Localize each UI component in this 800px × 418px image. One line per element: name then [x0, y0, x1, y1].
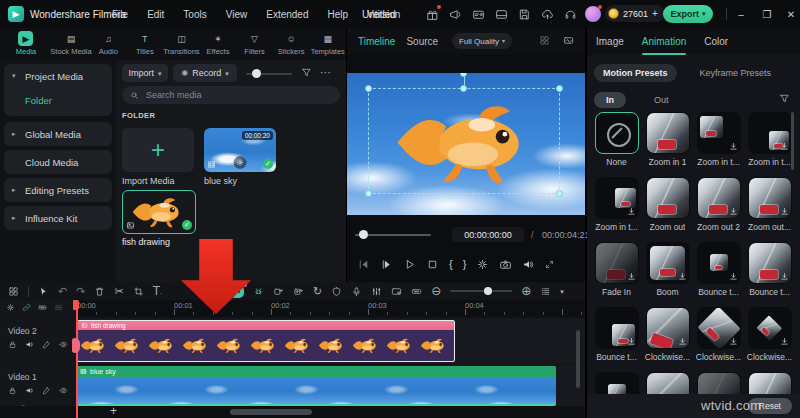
audio-mixer-icon[interactable] — [371, 286, 382, 297]
export-clip-icon[interactable] — [293, 286, 304, 297]
stop-button[interactable] — [426, 258, 439, 271]
tab-color[interactable]: Color — [704, 28, 728, 55]
media-item-fish-drawing[interactable]: ✓ — [122, 190, 196, 234]
announcement-icon[interactable] — [447, 6, 463, 22]
mark-out-icon[interactable]: } — [463, 258, 467, 270]
ribbon-tab[interactable]: ☺ Stickers — [273, 31, 310, 56]
video-viewport[interactable] — [347, 73, 585, 215]
rotation-handle[interactable] — [460, 73, 467, 77]
sidebar-item-cloud-media[interactable]: Cloud Media — [4, 150, 112, 174]
presets-scrollbar[interactable] — [791, 112, 794, 170]
track-layers-icon[interactable] — [54, 303, 63, 312]
media-layout-icon[interactable] — [8, 286, 19, 297]
zoom-in-icon[interactable]: ⊕ — [521, 285, 531, 297]
playback-settings-icon[interactable] — [476, 258, 489, 271]
zoom-out-icon[interactable]: ⊖ — [431, 285, 441, 297]
mute-track-icon[interactable] — [25, 340, 34, 349]
volume-icon[interactable] — [522, 258, 535, 271]
toggle-visibility-icon[interactable] — [59, 386, 68, 395]
timeline-vertical-scrollbar[interactable] — [576, 330, 580, 388]
import-button[interactable]: Import▾ — [122, 64, 168, 82]
motion-preset-item[interactable]: Zoom out — [645, 177, 690, 232]
playhead[interactable] — [76, 300, 78, 418]
ribbon-tab[interactable]: T Titles — [127, 31, 164, 56]
credits-pill[interactable]: 27601 + — [605, 5, 665, 22]
ribbon-tab[interactable]: ▦ Templates — [309, 31, 346, 56]
clip-settings-icon[interactable] — [234, 156, 247, 169]
render-preview-icon[interactable]: ↻ — [313, 286, 322, 297]
toggle-in[interactable]: In — [594, 92, 626, 108]
search-input[interactable] — [144, 89, 308, 101]
record-button[interactable]: ◉ Record ▾ — [173, 64, 237, 82]
ribbon-tab[interactable]: ♫ Audio — [90, 31, 127, 56]
account-card-icon[interactable] — [470, 6, 486, 22]
gift-icon[interactable] — [424, 6, 440, 22]
media-search-bar[interactable] — [122, 86, 340, 104]
menu-item[interactable]: Extended — [266, 9, 308, 20]
motion-preset-item[interactable]: Zoom in t... — [747, 112, 792, 167]
tab-animation[interactable]: Animation — [642, 28, 686, 55]
lock-track-icon[interactable] — [8, 386, 17, 395]
hide-drawing-icon[interactable] — [42, 386, 51, 395]
previous-frame-button[interactable] — [357, 258, 370, 271]
resize-handle-top-center[interactable] — [460, 85, 467, 92]
timeline-zoom-slider[interactable] — [450, 290, 512, 292]
timeline-ruler[interactable]: 00:0000:0100:0200:0300:04 — [75, 300, 585, 316]
restore-button[interactable]: ❐ — [756, 0, 778, 28]
motion-preset-item[interactable]: Bounce t... — [696, 242, 741, 297]
sidebar-item-folder[interactable]: Folder — [4, 88, 112, 112]
menu-item[interactable]: View — [226, 9, 248, 20]
tab-keyframe-presets[interactable]: Keyframe Presets — [691, 64, 781, 82]
add-credits-button[interactable]: + — [652, 8, 658, 19]
toggle-out[interactable]: Out — [642, 92, 681, 108]
motion-preset-item[interactable]: None — [594, 112, 639, 167]
ribbon-tab[interactable]: ◫ Transitions — [163, 31, 200, 56]
sidebar-item-global-media[interactable]: ▸Global Media — [4, 122, 112, 146]
zoom-slider-knob[interactable] — [484, 287, 492, 295]
selection-bounding-box[interactable] — [368, 88, 560, 194]
sidebar-item-influence-kit[interactable]: ▸Influence Kit — [4, 206, 112, 230]
select-tool-icon[interactable] — [38, 286, 49, 297]
resize-handle-bottom-left[interactable] — [365, 190, 372, 197]
lock-track-icon[interactable] — [8, 340, 17, 349]
cloud-upload-icon[interactable] — [539, 6, 555, 22]
auto-ripple-icon[interactable] — [411, 286, 422, 297]
tab-source[interactable]: Source — [406, 36, 438, 47]
menu-item[interactable]: Edit — [147, 9, 164, 20]
motion-preset-item[interactable]: Fade In — [594, 242, 639, 297]
minimize-button[interactable]: – — [730, 0, 752, 28]
multi-view-icon[interactable] — [539, 35, 550, 46]
current-timecode[interactable]: 00:00:00:00 — [452, 227, 524, 242]
scopes-icon[interactable] — [563, 35, 574, 46]
media-item-blue-sky[interactable]: 00:00:20 ✓ — [204, 128, 276, 172]
snapshot-icon[interactable] — [499, 258, 512, 271]
import-media-card[interactable]: + — [122, 128, 194, 172]
add-track-button[interactable]: + — [110, 404, 117, 418]
menu-item[interactable]: Help — [327, 9, 348, 20]
chevron-down-icon[interactable]: ▾ — [560, 288, 564, 295]
mute-track-icon[interactable] — [25, 386, 34, 395]
support-icon[interactable] — [562, 6, 578, 22]
delete-icon[interactable] — [94, 286, 105, 297]
toggle-visibility-icon[interactable] — [59, 340, 68, 349]
export-frame-icon[interactable] — [273, 286, 284, 297]
redo-icon[interactable]: ↷ — [76, 286, 85, 297]
timeline-horizontal-scrollbar[interactable] — [230, 409, 312, 415]
tab-timeline[interactable]: Timeline — [358, 36, 395, 47]
track-settings-icon[interactable] — [6, 303, 15, 312]
motion-preset-item[interactable]: Boom — [645, 242, 690, 297]
layout-icon[interactable] — [493, 6, 509, 22]
motion-preset-item[interactable]: Zoom in t... — [696, 112, 741, 167]
hide-drawing-icon[interactable] — [42, 340, 51, 349]
text-tool-icon[interactable]: T. — [153, 285, 162, 297]
preset-filter-icon[interactable] — [779, 93, 790, 104]
voiceover-icon[interactable] — [351, 286, 362, 297]
play-button[interactable] — [403, 258, 416, 271]
save-icon[interactable] — [516, 6, 532, 22]
filter-icon[interactable] — [301, 67, 312, 78]
motion-preset-item[interactable]: Clockwise... — [747, 307, 792, 362]
motion-preset-item[interactable]: Zoom out 2 — [696, 177, 741, 232]
resize-handle-top-left[interactable] — [365, 85, 372, 92]
menu-item[interactable]: Tools — [183, 9, 206, 20]
more-options-icon[interactable]: ⋯ — [320, 67, 331, 78]
